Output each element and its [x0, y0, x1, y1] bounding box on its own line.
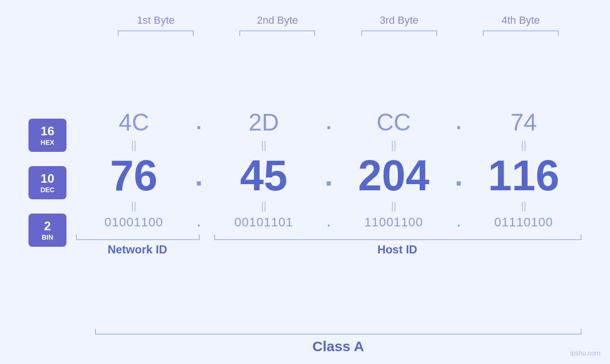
dec-badge: 10 DEC [28, 166, 66, 199]
bin-byte1: 01001100 [104, 215, 163, 229]
hex-byte3: CC [376, 109, 411, 136]
byte-headers-row: 1st Byte 2nd Byte 3rd Byte 4th Byte [28, 14, 582, 27]
bottom-labels-row: Network ID Host ID [76, 243, 582, 256]
hex-byte2: 2D [249, 109, 279, 136]
bin-byte4: 01110100 [494, 215, 553, 229]
dec-byte4: 116 [488, 152, 559, 199]
dec-byte3: 204 [358, 152, 429, 199]
byte4-header: 4th Byte [460, 14, 582, 27]
bin-row: 01001100 . 00101101 . 11001100 . 0111010… [76, 215, 582, 230]
dot8: . [322, 216, 336, 229]
dot6: . [451, 159, 466, 192]
network-id-label: Network ID [76, 243, 199, 256]
top-brackets [28, 30, 582, 36]
hex-byte1: 4C [119, 109, 149, 136]
dot9: . [451, 216, 466, 229]
dec-byte2: 45 [240, 152, 288, 199]
byte3-header: 3rd Byte [338, 14, 460, 27]
bin-byte3: 11001100 [365, 215, 423, 229]
watermark: ipshu.com [570, 349, 601, 357]
dot4: . [192, 159, 206, 192]
bin-badge: 2 BIN [28, 214, 66, 247]
hex-row: 4C . 2D . CC . 74 [76, 109, 582, 136]
dot2: . [322, 112, 336, 133]
host-id-label: Host ID [213, 243, 582, 256]
class-bracket [95, 329, 582, 335]
dot1: . [192, 112, 206, 133]
byte2-header: 2nd Byte [216, 14, 338, 27]
dec-row: 76 . 45 . 204 . 116 [76, 154, 582, 197]
main-container: 1st Byte 2nd Byte 3rd Byte 4th Byte 16 H… [0, 0, 610, 364]
dec-byte1: 76 [110, 152, 158, 199]
host-bracket [214, 234, 582, 240]
bottom-brackets-section: Network ID Host ID [76, 234, 582, 256]
hex-badge: 16 HEX [28, 119, 66, 152]
dot3: . [451, 112, 466, 133]
rows-container: 4C . 2D . CC . 74 || || || || 76 [76, 109, 582, 256]
bin-byte2: 00101101 [235, 215, 293, 229]
equals-row-2: || || || || [76, 197, 582, 215]
hex-byte4: 74 [510, 109, 537, 136]
bottom-brackets-row [76, 234, 582, 240]
class-label: Class A [95, 338, 582, 355]
network-bracket [76, 234, 200, 240]
dot5: . [322, 159, 336, 192]
dot7: . [192, 216, 206, 229]
class-section: Class A [28, 329, 582, 355]
byte1-header: 1st Byte [95, 14, 216, 27]
base-labels: 16 HEX 10 DEC 2 BIN [28, 119, 76, 247]
